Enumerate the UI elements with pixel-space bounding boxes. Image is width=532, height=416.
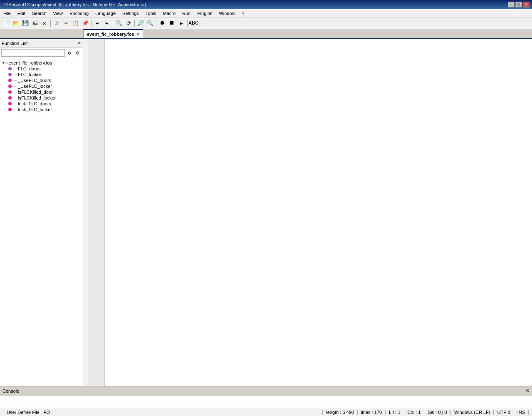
console-bar: Console ✕ [0,386,532,395]
status-user-define: User Define File - FO [3,410,323,415]
sidebar-refresh-icon[interactable]: ↺ [66,49,73,57]
function-dot-icon [8,85,12,88]
tree-node-dash: — [13,102,17,106]
tree-node-_useflc_doors[interactable]: —_UseFLC_doors [0,77,83,83]
tree-node-label: FLC_doors [18,66,40,71]
tree-node-dash: — [13,67,17,71]
sidebar-search: ↺ ⚙ [0,48,83,58]
tb-separator-3 [113,20,113,27]
tb-separator-4 [134,20,135,27]
tb-record[interactable]: ⏺ [158,19,167,28]
menu-search[interactable]: Search [30,10,48,16]
tree-node-lock_flc_locker[interactable]: —lock_FLC_locker [0,107,83,112]
tb-undo[interactable]: ↩ [93,19,102,28]
tree-node-dash: — [13,84,17,88]
status-bar: User Define File - FO length : 5 490 lin… [0,408,532,416]
tb-open[interactable]: 📂 [11,19,20,28]
tree-node-label: isFLCKilled_locker [18,95,56,100]
tb-zoom-in[interactable]: 🔎 [136,19,145,28]
menu-edit[interactable]: Edit [16,10,27,16]
tree-node-dash: — [13,107,17,112]
fold-markers-column [83,39,90,386]
line-numbers [90,39,105,386]
function-search-input[interactable] [1,49,65,57]
status-line-ending: Windows (CR LF) [451,410,494,415]
tab-event-flc-robbery[interactable]: event_flc_robbery.fos ✕ [83,29,143,38]
tb-separator-1 [50,20,51,27]
minimize-button[interactable]: － [508,2,515,7]
function-list-close[interactable]: ✕ [77,40,81,46]
code-content[interactable] [105,39,532,386]
sidebar-settings-icon[interactable]: ⚙ [74,49,82,57]
menu-settings[interactable]: Settings [121,10,141,16]
function-dot-icon [8,90,12,94]
console-close-icon[interactable]: ✕ [526,388,530,394]
tree-node-_useflc_locker[interactable]: —_UseFLC_locker [0,83,83,89]
tb-save[interactable]: 💾 [21,19,30,28]
title-text: D:\Server412\scripts\event_flc_robbery.f… [2,2,146,7]
folder-icon: ▪ [6,60,8,65]
status-col: Col : 1 [404,410,425,415]
tree-node-lock_flc_doors[interactable]: —lock_FLC_doors [0,101,83,107]
tb-paste[interactable]: 📌 [81,19,90,28]
menu-help[interactable]: ? [240,10,246,16]
tree-node-dash: — [13,96,17,100]
tb-cut[interactable]: ✂ [62,19,71,28]
menu-view[interactable]: View [52,10,65,16]
status-ln: Ln : 1 [386,410,404,415]
tab-bar: event_flc_robbery.fos ✕ [0,29,532,39]
tree-root-collapse[interactable]: ▼ [2,61,5,65]
tb-find[interactable]: 🔍 [114,19,124,28]
tree-items: —FLC_doors—FLC_locker—_UseFLC_doors—_Use… [0,66,83,112]
tb-new[interactable]: 📄 [2,19,11,28]
menu-language[interactable]: Language [94,10,117,16]
tb-replace[interactable]: ⟳ [124,19,133,28]
menu-bar: File Edit Search View Encoding Language … [0,9,532,17]
tree-node-label: _UseFLC_doors [18,78,51,83]
menu-window[interactable]: Window [217,10,237,16]
tb-play[interactable]: ▶ [177,19,186,28]
sidebar: Function List ✕ ↺ ⚙ ▼ ▪ event_flc_robber… [0,39,83,386]
menu-encoding[interactable]: Encoding [68,10,90,16]
tb-save-all[interactable]: 🗂 [30,19,40,28]
tree-node-dash: — [13,78,17,82]
tb-spelling[interactable]: ABC [189,19,198,28]
tree-node-isflckilled_door[interactable]: —isFLCKilled_door [0,89,83,95]
title-bar-controls: － □ ✕ [508,2,530,7]
tree-root-label: event_flc_robbery.fos [9,60,52,65]
toolbar: 📄 📂 💾 🗂 ✕ 🖨 ✂ 📋 📌 ↩ ↪ 🔍 ⟳ 🔎 🔍 ⏺ ⏹ ▶ ABC [0,17,532,29]
menu-plugins[interactable]: Plugins [195,10,214,16]
tree-node-flc_locker[interactable]: —FLC_locker [0,72,83,77]
function-dot-icon [8,67,12,70]
tree-node-label: FLC_locker [18,72,41,77]
tree-root-item[interactable]: ▼ ▪ event_flc_robbery.fos [0,60,83,66]
maximize-button[interactable]: □ [515,2,522,7]
code-area [83,39,532,386]
tree-node-dash: — [13,90,17,94]
title-bar: D:\Server412\scripts\event_flc_robbery.f… [0,0,532,9]
close-button[interactable]: ✕ [523,2,530,7]
function-dot-icon [8,108,12,111]
tb-zoom-out[interactable]: 🔍 [146,19,155,28]
tree-node-dash: — [13,72,17,77]
menu-macro[interactable]: Macro [161,10,177,16]
tree-node-label: isFLCKilled_door [18,90,53,95]
menu-tools[interactable]: Tools [144,10,158,16]
tb-separator-2 [91,20,92,27]
console-area [0,395,532,408]
tree-node-flc_doors[interactable]: —FLC_doors [0,66,83,72]
tb-close[interactable]: ✕ [40,19,49,28]
function-dot-icon [8,73,12,76]
function-list-title: Function List [2,41,27,46]
tab-close-icon[interactable]: ✕ [136,32,139,37]
function-dot-icon [8,96,12,100]
menu-run[interactable]: Run [181,10,192,16]
menu-file[interactable]: File [2,10,12,16]
tree-node-isflckilled_locker[interactable]: —isFLCKilled_locker [0,95,83,101]
tb-stop[interactable]: ⏹ [167,19,176,28]
tree-node-label: _UseFLC_locker [18,84,52,89]
tree-node-label: lock_FLC_doors [18,101,51,106]
tb-redo[interactable]: ↪ [102,19,111,28]
tb-copy[interactable]: 📋 [71,19,80,28]
tb-print[interactable]: 🖨 [52,19,61,28]
